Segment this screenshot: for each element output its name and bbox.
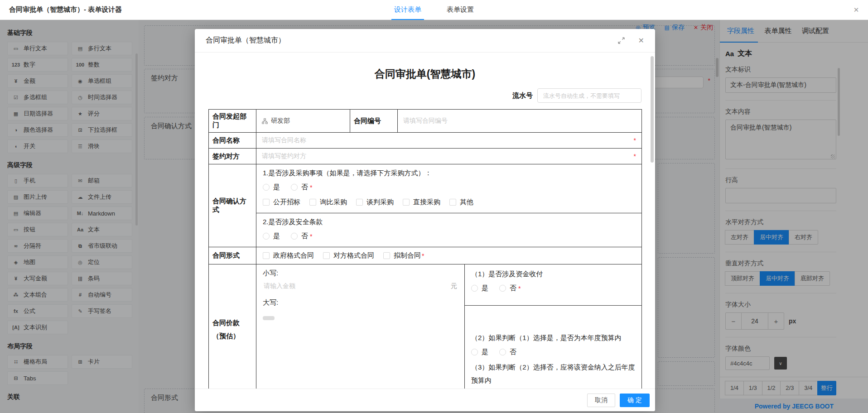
amount-input[interactable]: 请输入金额 元 <box>263 282 458 290</box>
fund-block: （1）是否涉及资金收付 是 <box>465 264 641 389</box>
amount-block: 小写: 请输入金额 元 大写: <box>256 264 465 389</box>
question-text: 2.是否涉及安全条款 <box>263 218 635 226</box>
modal-title: 合同审批单（智慧城市） <box>206 36 285 45</box>
table-row: 合同发起部门 研发部 合同编号 请填写合同编号 <box>209 110 642 133</box>
table-row: 合同形式 政府格式合同 对方格式合同 <box>209 247 642 264</box>
top-bar: 合同审批单（智慧城市）- 表单设计器 设计表单表单设置 ✕ <box>0 0 868 20</box>
radio-icon[interactable] <box>471 285 478 292</box>
close-icon[interactable]: ✕ <box>852 5 861 14</box>
confirm-label: 合同确认方式 <box>209 164 256 247</box>
question-text: （3）如果判断（2）选择否，应将该资金纳入之后年度预算内 <box>471 361 635 387</box>
radio-option[interactable]: 是 <box>263 232 280 240</box>
radio-icon[interactable] <box>263 184 270 191</box>
ok-button[interactable]: 确 定 <box>620 394 650 407</box>
purchase-question-block: 1.是否涉及采购事项（如果是，请选择下方采购方式）： 是 <box>256 164 641 213</box>
radio-option[interactable]: 否 <box>499 348 516 356</box>
tab-designer[interactable]: 设计表单 <box>394 0 421 20</box>
checkbox-option[interactable]: 政府格式合同 <box>263 251 314 260</box>
amount-lower-label: 小写: <box>263 269 458 278</box>
form-designer-app: 合同审批单（智慧城市）- 表单设计器 设计表单表单设置 ✕ 基础字段 ▭单行文本… <box>0 0 868 413</box>
checkbox-icon[interactable] <box>309 199 316 206</box>
amount-upper-label: 大写: <box>263 298 458 307</box>
radio-group: 是 否 * <box>263 232 635 240</box>
radio-icon[interactable] <box>291 233 298 240</box>
question-text: 1.是否涉及采购事项（如果是，请选择下方采购方式）： <box>263 169 635 178</box>
amount-upper-value <box>263 316 275 320</box>
price-label: 合同价款 <box>212 317 252 330</box>
contract-no-input[interactable]: 请填写合同编号 <box>398 117 641 125</box>
radio-icon[interactable] <box>263 233 270 240</box>
table-row: 签约对方 请填写签约对方 * <box>209 149 642 164</box>
serial-row: 流水号 <box>208 88 641 103</box>
serial-label: 流水号 <box>512 91 533 100</box>
dept-label: 合同发起部门 <box>209 110 256 133</box>
checkbox-icon[interactable] <box>403 199 410 206</box>
contract-name-label: 合同名称 <box>209 133 256 149</box>
maximize-icon[interactable] <box>618 37 625 44</box>
required-mark: * <box>518 285 521 292</box>
modal-footer: 取消 确 定 <box>195 389 655 411</box>
table-row: 合同价款 （预估） 小写: 请输入金额 元 大写: <box>209 264 642 389</box>
radio-option[interactable]: 是 <box>471 348 488 356</box>
radio-group: 是 否 <box>471 348 635 356</box>
modal-header: 合同审批单（智慧城市） ✕ <box>195 29 655 53</box>
party-label: 签约对方 <box>209 149 256 164</box>
amount-unit: 元 <box>451 282 457 290</box>
required-mark: * <box>634 153 636 160</box>
checkbox-group: 公开招标 询比采购 谈判采购 直接采购 <box>263 198 635 206</box>
contract-name-input[interactable]: 请填写合同名称 * <box>256 136 641 144</box>
checkbox-icon[interactable] <box>449 199 456 206</box>
checkbox-option[interactable]: 询比采购 <box>309 198 347 206</box>
checkbox-option[interactable]: 公开招标 <box>263 198 300 206</box>
radio-icon[interactable] <box>291 184 298 191</box>
modal-scrollbar[interactable] <box>651 56 654 163</box>
radio-icon[interactable] <box>471 349 478 355</box>
radio-option[interactable]: 否 <box>291 183 308 192</box>
required-mark: * <box>310 184 312 191</box>
tab-designer[interactable]: 表单设置 <box>447 0 474 20</box>
dept-value: 研发部 <box>271 117 290 125</box>
modal-body: 合同审批单(智慧城市) 流水号 合同发起部门 研发部 <box>195 53 655 389</box>
contract-table: 合同发起部门 研发部 合同编号 请填写合同编号 <box>208 109 642 389</box>
radio-option[interactable]: 否 <box>291 232 308 240</box>
checkbox-option[interactable]: 谈判采购 <box>356 198 394 206</box>
checkbox-option[interactable]: 拟制合同 <box>383 251 421 260</box>
radio-option[interactable]: 是 <box>471 284 488 293</box>
serial-input[interactable] <box>537 88 641 103</box>
required-mark: * <box>422 252 424 259</box>
radio-option[interactable]: 否 <box>499 284 516 293</box>
designer-tabs: 设计表单表单设置 <box>394 0 474 20</box>
required-mark: * <box>310 233 312 240</box>
checkbox-option[interactable]: 直接采购 <box>403 198 440 206</box>
safety-question-block: 2.是否涉及安全条款 是 否 <box>256 213 641 247</box>
checkbox-icon[interactable] <box>323 252 330 259</box>
radio-icon[interactable] <box>499 349 506 355</box>
price-label-2: （预估） <box>212 330 252 343</box>
radio-option[interactable]: 是 <box>263 183 280 192</box>
question-text: （1）是否涉及资金收付 <box>471 270 635 279</box>
table-row: 合同名称 请填写合同名称 * <box>209 133 642 149</box>
checkbox-icon[interactable] <box>263 252 270 259</box>
checkbox-icon[interactable] <box>263 199 270 206</box>
checkbox-option[interactable]: 对方格式合同 <box>323 251 374 260</box>
form-title: 合同审批单(智慧城市) <box>208 67 641 81</box>
party-input[interactable]: 请填写签约对方 * <box>256 152 641 160</box>
checkbox-icon[interactable] <box>356 199 363 206</box>
cancel-button[interactable]: 取消 <box>587 394 615 407</box>
radio-icon[interactable] <box>499 285 506 292</box>
table-row: 合同确认方式 1.是否涉及采购事项（如果是，请选择下方采购方式）： 是 <box>209 164 642 247</box>
required-mark: * <box>634 137 636 144</box>
dept-select[interactable]: 研发部 <box>256 117 350 125</box>
org-icon <box>262 118 268 124</box>
contract-form-label: 合同形式 <box>209 247 256 264</box>
checkbox-option[interactable]: 其他 <box>449 198 473 206</box>
radio-group: 是 否 * <box>263 183 635 192</box>
checkbox-icon[interactable] <box>383 252 390 259</box>
question-text: （2）如果判断（1）选择是，是否为本年度预算内 <box>471 334 635 342</box>
contract-no-label: 合同编号 <box>350 110 398 133</box>
modal-close-icon[interactable]: ✕ <box>638 36 644 45</box>
page-title: 合同审批单（智慧城市）- 表单设计器 <box>9 5 122 14</box>
radio-group: 是 否 * <box>471 284 635 293</box>
checkbox-group: 政府格式合同 对方格式合同 拟制合同 * <box>256 247 641 264</box>
divider <box>465 305 641 306</box>
